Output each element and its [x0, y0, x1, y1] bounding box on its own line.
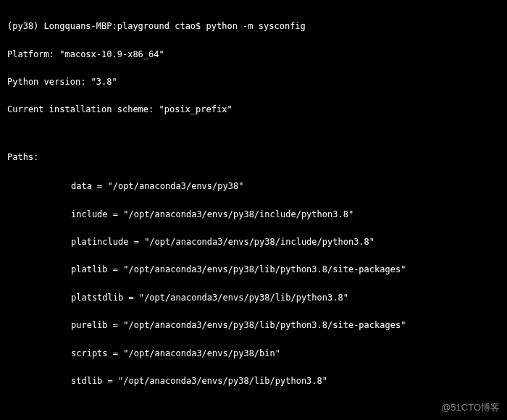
platform-line: Platform: "macosx-10.9-x86_64" [7, 48, 500, 62]
path-data: data = "/opt/anaconda3/envs/py38" [71, 180, 500, 193]
path-platstdlib: platstdlib = "/opt/anaconda3/envs/py38/l… [71, 291, 500, 305]
path-purelib: purelib = "/opt/anaconda3/envs/py38/lib/… [71, 319, 500, 332]
paths-header: Paths: [7, 151, 500, 164]
path-stdlib: stdlib = "/opt/anaconda3/envs/py38/lib/p… [71, 374, 500, 388]
path-platlib: platlib = "/opt/anaconda3/envs/py38/lib/… [71, 263, 500, 277]
python-version-line: Python version: "3.8" [7, 75, 500, 89]
path-scripts: scripts = "/opt/anaconda3/envs/py38/bin" [71, 347, 500, 361]
watermark-text: @51CTO博客 [441, 400, 500, 416]
terminal-output: (py38) Longquans-MBP:playground ctao$ py… [7, 6, 500, 420]
path-platinclude: platinclude = "/opt/anaconda3/envs/py38/… [71, 235, 500, 249]
path-include: include = "/opt/anaconda3/envs/py38/incl… [71, 208, 500, 222]
shell-prompt: (py38) Longquans-MBP:playground ctao$ py… [7, 20, 500, 33]
scheme-line: Current installation scheme: "posix_pref… [7, 103, 500, 117]
